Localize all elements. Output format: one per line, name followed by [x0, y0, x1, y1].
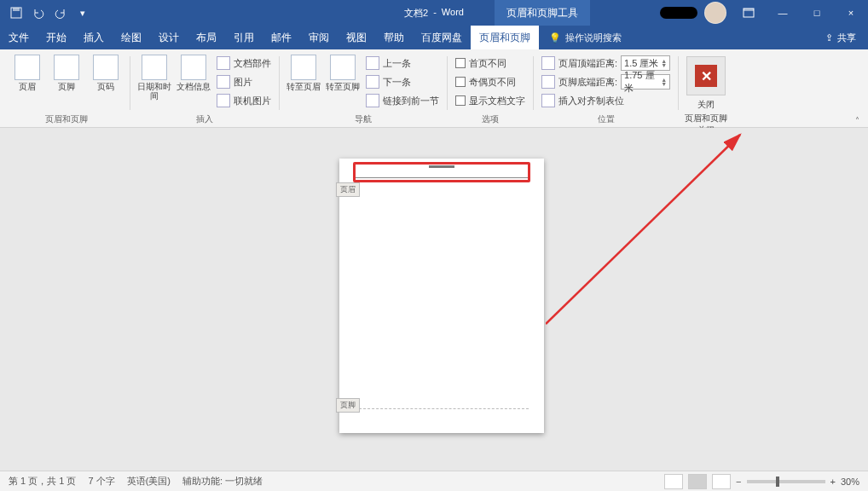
date-time-button[interactable]: 日期和时间 [136, 55, 173, 101]
header-icon [14, 55, 40, 80]
view-read-mode-button[interactable] [664, 474, 683, 489]
goto-header-icon [291, 55, 316, 80]
footer-from-bottom-row: 页脚底端距离: 1.75 厘米▲▼ [539, 73, 673, 90]
different-odd-even-checkbox[interactable]: 奇偶页不同 [453, 73, 528, 90]
footer-icon [54, 55, 79, 80]
tab-design[interactable]: 设计 [150, 26, 188, 49]
window-title: 文档2 - Word [404, 7, 464, 20]
picture-icon [217, 75, 230, 89]
view-web-layout-button[interactable] [712, 474, 731, 489]
show-document-text-checkbox[interactable]: 显示文档文字 [453, 92, 528, 109]
minimize-button[interactable]: — [766, 0, 800, 26]
quick-access-toolbar: ▾ [0, 3, 92, 22]
goto-header-button[interactable]: 转至页眉 [285, 55, 322, 91]
date-time-icon [142, 55, 167, 80]
tab-home[interactable]: 开始 [38, 26, 75, 49]
contextual-tab-title: 页眉和页脚工具 [495, 0, 590, 26]
status-page[interactable]: 第 1 页，共 1 页 [9, 475, 76, 488]
document-name: 文档2 [404, 7, 428, 20]
next-button[interactable]: 下一条 [363, 73, 442, 90]
redo-icon[interactable] [51, 3, 70, 22]
footer-rule [355, 408, 529, 409]
group-position: 页眉顶端距离: 1.5 厘米▲▼ 页脚底端距离: 1.75 厘米▲▼ 插入对齐制… [535, 51, 676, 127]
online-pictures-button[interactable]: 联机图片 [214, 92, 274, 109]
close-button[interactable]: × [834, 0, 868, 26]
group-label: 位置 [539, 113, 673, 127]
collapse-ribbon-icon[interactable]: ˄ [851, 116, 863, 125]
next-icon [366, 75, 379, 89]
zoom-slider[interactable] [747, 480, 825, 483]
quick-parts-button[interactable]: 文档部件 [214, 55, 274, 72]
footer-distance-icon [541, 75, 555, 89]
spinner-arrows-icon[interactable]: ▲▼ [661, 78, 667, 86]
close-label-1: 关闭 [697, 99, 715, 111]
tab-draw[interactable]: 绘图 [113, 26, 150, 49]
view-print-layout-button[interactable] [688, 474, 707, 489]
group-header-footer: 页眉 页脚 页码 页眉和页脚 [5, 51, 128, 127]
link-previous-button[interactable]: 链接到前一节 [363, 92, 442, 109]
tab-review[interactable]: 审阅 [300, 26, 338, 49]
document-canvas[interactable]: 页眉 页脚 [0, 128, 868, 471]
ribbon: 页眉 页脚 页码 页眉和页脚 日期和时间 文档信息 文档部件 图片 联机图片 插… [0, 49, 868, 128]
tab-layout[interactable]: 布局 [188, 26, 225, 49]
svg-rect-3 [744, 9, 754, 11]
insert-alignment-tab-button[interactable]: 插入对齐制表位 [539, 92, 673, 109]
group-label: 页眉和页脚 [9, 113, 124, 127]
checkbox-icon [455, 95, 466, 106]
tab-insert[interactable]: 插入 [75, 26, 113, 49]
goto-footer-button[interactable]: 转至页脚 [324, 55, 362, 91]
tab-baidu[interactable]: 百度网盘 [413, 26, 471, 49]
status-accessibility[interactable]: 辅助功能: 一切就绪 [182, 475, 263, 488]
pictures-button[interactable]: 图片 [214, 73, 274, 90]
lightbulb-icon: 💡 [549, 32, 561, 43]
zoom-slider-thumb[interactable] [776, 477, 779, 487]
save-icon[interactable] [7, 3, 26, 22]
page-number-button[interactable]: 页码 [87, 55, 124, 91]
footer-button[interactable]: 页脚 [48, 55, 85, 91]
group-label: 导航 [285, 113, 442, 127]
share-button[interactable]: ⇪ 共享 [813, 26, 868, 49]
status-language[interactable]: 英语(美国) [127, 475, 171, 488]
page-number-icon [93, 55, 119, 80]
tab-file[interactable]: 文件 [0, 26, 38, 49]
zoom-level[interactable]: 30% [841, 477, 859, 487]
tab-help[interactable]: 帮助 [375, 26, 413, 49]
ribbon-display-options-icon[interactable] [732, 0, 766, 26]
goto-footer-icon [330, 55, 356, 80]
tell-me-search[interactable]: 💡 操作说明搜索 [549, 26, 622, 49]
tab-references[interactable]: 引用 [225, 26, 263, 49]
different-first-page-checkbox[interactable]: 首页不同 [453, 55, 528, 72]
signed-in-indicator [660, 7, 697, 19]
tell-me-label: 操作说明搜索 [565, 32, 622, 44]
status-word-count[interactable]: 7 个字 [88, 475, 114, 488]
tab-mailings[interactable]: 邮件 [263, 26, 300, 49]
group-label: 选项 [453, 113, 528, 127]
close-header-footer-button[interactable]: ✕ [686, 56, 726, 95]
svg-rect-1 [13, 8, 20, 11]
qat-dropdown-icon[interactable]: ▾ [73, 3, 92, 22]
zoom-out-button[interactable]: − [736, 477, 741, 487]
tab-header-footer[interactable]: 页眉和页脚 [471, 26, 539, 49]
header-distance-icon [541, 56, 555, 70]
previous-button[interactable]: 上一条 [363, 55, 442, 72]
user-avatar[interactable] [704, 2, 726, 24]
quick-parts-icon [217, 56, 230, 70]
previous-icon [366, 56, 379, 70]
annotation-arrow [546, 128, 767, 332]
zoom-in-button[interactable]: + [830, 477, 836, 487]
window-controls: — □ × [660, 0, 868, 26]
document-info-icon [181, 55, 206, 80]
spinner-arrows-icon[interactable]: ▲▼ [661, 59, 667, 67]
checkbox-icon [455, 77, 466, 87]
document-page[interactable]: 页眉 页脚 [339, 159, 544, 433]
tab-view[interactable]: 视图 [338, 26, 375, 49]
undo-icon[interactable] [29, 3, 48, 22]
group-close: ✕ 关闭 页眉和页脚 关闭 [680, 51, 732, 127]
footer-distance-input[interactable]: 1.75 厘米▲▼ [621, 74, 670, 90]
document-info-button[interactable]: 文档信息 [175, 55, 212, 91]
group-insert: 日期和时间 文档信息 文档部件 图片 联机图片 插入 [132, 51, 277, 127]
maximize-button[interactable]: □ [800, 0, 834, 26]
checkbox-icon [455, 58, 466, 68]
header-button[interactable]: 页眉 [9, 55, 46, 91]
header-tag: 页眉 [336, 182, 360, 197]
